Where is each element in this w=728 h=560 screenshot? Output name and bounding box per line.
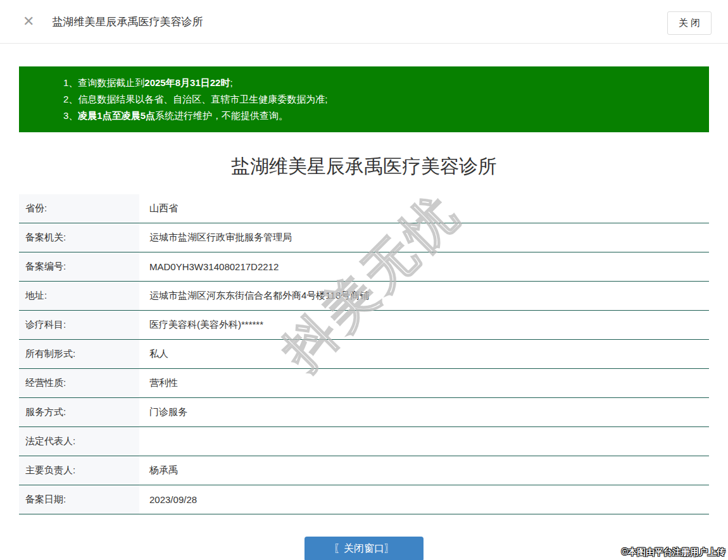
table-row-diagnosis-subjects: 诊疗科目: 医疗美容科(美容外科)****** (19, 311, 709, 340)
table-row-legal-representative: 法定代表人: (19, 427, 709, 456)
row-value: 营利性 (139, 369, 709, 397)
row-label: 省份: (19, 194, 139, 223)
row-label: 服务方式: (19, 398, 139, 426)
notice-line-3: 3、凌晨1点至凌晨5点系统进行维护，不能提供查询。 (63, 108, 696, 124)
row-label: 地址: (19, 282, 139, 310)
row-label: 主要负责人: (19, 456, 139, 485)
row-value: 山西省 (139, 194, 709, 223)
table-row-service-mode: 服务方式: 门诊服务 (19, 398, 709, 427)
notice-line-1-post: ; (230, 77, 232, 88)
row-value: 2023/09/28 (139, 485, 709, 514)
notice-line-3-bold: 凌晨1点至凌晨5点 (78, 110, 155, 121)
row-label: 备案机关: (19, 223, 139, 252)
dialog-title: 盐湖维美星辰承禹医疗美容诊所 (52, 15, 203, 29)
upload-credit-watermark: ©本图由平台注册用户上传 (622, 547, 725, 558)
footer-bar: 〖关闭窗口〗 (19, 537, 709, 560)
close-icon[interactable]: ✕ (23, 15, 34, 28)
row-value: 运城市盐湖区河东东街信合名都外商4号楼118号商铺 (139, 282, 709, 310)
notice-banner: 1、查询数据截止到2025年8月31日22时; 2、信息数据结果以各省、自治区、… (19, 66, 709, 132)
table-row-province: 省份: 山西省 (19, 194, 709, 223)
table-row-principal: 主要负责人: 杨承禹 (19, 456, 709, 485)
notice-line-2: 2、信息数据结果以各省、自治区、直辖市卫生健康委数据为准; (63, 91, 696, 108)
row-label: 法定代表人: (19, 427, 139, 456)
close-button[interactable]: 关 闭 (667, 11, 712, 35)
notice-line-3-post: 系统进行维护，不能提供查询。 (155, 110, 288, 121)
row-value: MAD0YH3W314080217D2212 (139, 252, 709, 281)
notice-line-1: 1、查询数据截止到2025年8月31日22时; (63, 75, 696, 91)
row-label: 备案编号: (19, 252, 139, 281)
table-row-address: 地址: 运城市盐湖区河东东街信合名都外商4号楼118号商铺 (19, 282, 709, 311)
dialog-content: 1、查询数据截止到2025年8月31日22时; 2、信息数据结果以各省、自治区、… (0, 66, 728, 560)
row-value: 私人 (139, 340, 709, 368)
table-row-ownership-form: 所有制形式: 私人 (19, 340, 709, 369)
notice-line-3-text: 3、 (63, 110, 78, 121)
notice-line-1-bold: 2025年8月31日22时 (144, 77, 230, 88)
table-row-business-nature: 经营性质: 营利性 (19, 369, 709, 398)
row-label: 诊疗科目: (19, 311, 139, 339)
row-value: 杨承禹 (139, 456, 709, 485)
table-row-filing-authority: 备案机关: 运城市盐湖区行政审批服务管理局 (19, 223, 709, 252)
clinic-name-title: 盐湖维美星辰承禹医疗美容诊所 (19, 154, 709, 178)
row-value (139, 427, 709, 456)
row-label: 所有制形式: (19, 340, 139, 368)
clinic-record-dialog: ✕ 盐湖维美星辰承禹医疗美容诊所 关 闭 1、查询数据截止到2025年8月31日… (0, 0, 728, 560)
row-label: 经营性质: (19, 369, 139, 397)
notice-line-1-text: 1、查询数据截止到 (63, 77, 144, 88)
row-value: 运城市盐湖区行政审批服务管理局 (139, 223, 709, 252)
row-value: 门诊服务 (139, 398, 709, 426)
info-table: 省份: 山西省 备案机关: 运城市盐湖区行政审批服务管理局 备案编号: MAD0… (19, 194, 709, 514)
row-value: 医疗美容科(美容外科)****** (139, 311, 709, 339)
row-label: 备案日期: (19, 485, 139, 514)
notice-line-2-text: 2、信息数据结果以各省、自治区、直辖市卫生健康委数据为准; (63, 94, 328, 104)
table-row-filing-number: 备案编号: MAD0YH3W314080217D2212 (19, 252, 709, 282)
table-row-filing-date: 备案日期: 2023/09/28 (19, 485, 709, 514)
close-window-button[interactable]: 〖关闭窗口〗 (304, 537, 424, 560)
dialog-header: ✕ 盐湖维美星辰承禹医疗美容诊所 关 闭 (0, 0, 728, 44)
